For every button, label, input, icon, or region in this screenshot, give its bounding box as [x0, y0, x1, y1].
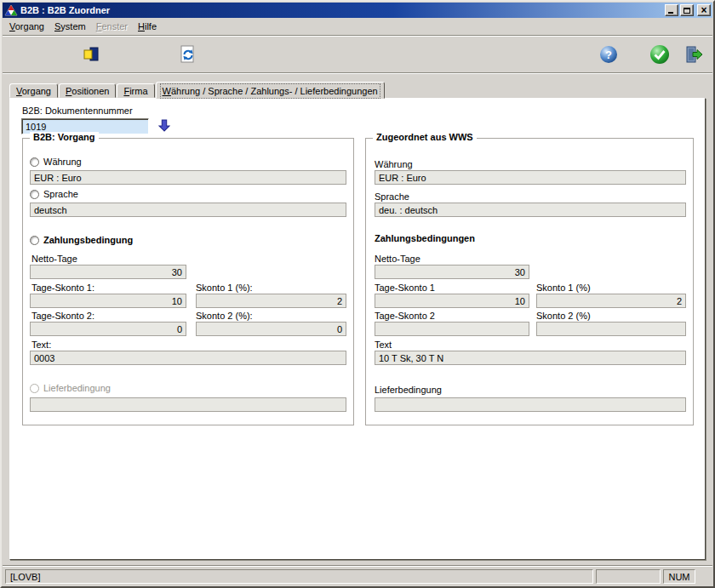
wws-days-disc1-value: 10 — [375, 294, 529, 308]
window-title: B2B : B2B Zuordner — [20, 5, 663, 15]
currency-radio[interactable] — [30, 157, 39, 167]
maximize-button[interactable] — [680, 4, 694, 16]
delivery-radio-label: Lieferbedingung — [43, 383, 111, 393]
select-icon — [81, 44, 101, 65]
wws-payment-title: Zahlungsbedingungen — [375, 233, 475, 243]
currency-radio-label: Währung — [43, 157, 82, 167]
language-radio-label: Sprache — [43, 189, 78, 199]
language-radio[interactable] — [30, 190, 39, 199]
b2b-days-disc2-label: Tage-Skonto 2: — [31, 311, 94, 321]
app-logo-icon — [4, 4, 18, 16]
resize-grip[interactable] — [698, 569, 710, 584]
wws-disc1-label: Skonto 1 (%) — [536, 283, 591, 293]
wws-language-label: Sprache — [375, 191, 409, 202]
minimize-button[interactable] — [665, 4, 678, 16]
wws-currency-label: Währung — [375, 159, 413, 169]
wws-text-label: Text — [375, 340, 392, 350]
tab-positionen[interactable]: Positionen — [59, 83, 116, 98]
help-icon: ? — [599, 45, 618, 64]
b2b-disc2-label: Skonto 2 (%): — [196, 311, 253, 321]
exit-door-icon — [684, 44, 704, 65]
tab-panel: B2B: Dokumentennummer B2B: Vorgang Währu… — [9, 98, 706, 560]
b2b-disc2-value: 0 — [196, 322, 346, 336]
wws-group: Zugeordnet aus WWS Währung EUR : Euro Sp… — [365, 138, 694, 425]
wws-disc1-value: 2 — [536, 294, 686, 308]
wws-disc2-label: Skonto 2 (%) — [536, 311, 591, 321]
wws-days-disc2-value — [375, 322, 529, 336]
document-number-label: B2B: Dokumentennummer — [22, 106, 133, 116]
payment-radio-label: Zahlungsbedingung — [43, 235, 133, 245]
wws-text-value: 10 T Sk, 30 T N — [375, 351, 686, 365]
content-area: Vorgang Positionen Firma Währung / Sprac… — [3, 74, 712, 565]
b2b-language-radio-row: Sprache — [30, 189, 78, 199]
exit-button[interactable] — [682, 43, 706, 66]
status-num-indicator: NUM — [663, 569, 695, 584]
menu-hilfe[interactable]: Hilfe — [133, 19, 162, 34]
wws-days-disc1-label: Tage-Skonto 1 — [375, 283, 435, 293]
refresh-button[interactable] — [176, 43, 200, 66]
b2b-days-disc1-label: Tage-Skonto 1: — [31, 283, 94, 293]
menu-bar: Vorgang System Fenster Hilfe — [3, 18, 712, 35]
b2b-language-value: deutsch — [30, 203, 346, 217]
tab-firma[interactable]: Firma — [117, 83, 154, 98]
select-button[interactable] — [79, 43, 103, 66]
b2b-text-label: Text: — [31, 340, 51, 350]
refresh-icon — [178, 44, 198, 65]
b2b-days-disc2-value: 0 — [30, 322, 186, 336]
wws-net-days-value: 30 — [375, 265, 529, 279]
maximize-icon — [684, 8, 690, 14]
b2b-payment-radio-row: Zahlungsbedingung — [30, 235, 133, 245]
b2b-net-days-label: Netto-Tage — [31, 254, 77, 264]
menu-system[interactable]: System — [49, 19, 91, 34]
confirm-button[interactable] — [648, 43, 672, 66]
ok-check-icon — [649, 44, 670, 65]
b2b-days-disc1-value: 10 — [30, 294, 186, 308]
wws-delivery-label: Lieferbedingung — [375, 385, 442, 395]
wws-disc2-value — [536, 322, 686, 336]
toolbar: ? — [3, 37, 712, 72]
wws-language-value: deu. : deutsch — [375, 203, 686, 217]
b2b-net-days-value: 30 — [30, 265, 186, 279]
document-jump-button[interactable] — [158, 119, 170, 132]
wws-currency-value: EUR : Euro — [375, 170, 686, 185]
minimize-icon — [668, 12, 673, 14]
wws-delivery-value — [375, 397, 686, 412]
tab-strip: Vorgang Positionen Firma Währung / Sprac… — [3, 81, 712, 98]
app-window: B2B : B2B Zuordner × Vorgang System Fens… — [0, 0, 715, 588]
wws-group-title: Zugeordnet aus WWS — [373, 132, 477, 142]
payment-radio[interactable] — [30, 236, 39, 245]
b2b-currency-radio-row: Währung — [30, 157, 82, 167]
b2b-group-title: B2B: Vorgang — [30, 132, 99, 142]
help-button[interactable]: ? — [597, 43, 621, 66]
title-bar: B2B : B2B Zuordner × — [3, 3, 712, 18]
b2b-delivery-radio-row: Lieferbedingung — [30, 383, 111, 393]
close-icon: × — [701, 6, 706, 14]
menu-fenster: Fenster — [91, 19, 133, 34]
close-button[interactable]: × — [697, 4, 711, 16]
b2b-disc1-label: Skonto 1 (%): — [196, 283, 253, 293]
tab-waehrung-sprache-zahlungs-lieferbedingungen[interactable]: Währung / Sprache / Zahlungs- / Lieferbe… — [156, 82, 385, 99]
wws-net-days-label: Netto-Tage — [375, 254, 420, 264]
b2b-delivery-value — [30, 397, 346, 412]
b2b-text-value: 0003 — [30, 351, 346, 365]
b2b-vorgang-group: B2B: Vorgang Währung EUR : Euro Sprache … — [22, 138, 354, 425]
svg-text:?: ? — [605, 49, 612, 61]
status-message: [LOVB] — [5, 569, 593, 584]
down-arrow-icon — [158, 119, 170, 132]
menu-vorgang[interactable]: Vorgang — [4, 19, 49, 34]
tab-vorgang[interactable]: Vorgang — [9, 83, 58, 98]
b2b-disc1-value: 2 — [196, 294, 346, 308]
b2b-currency-value: EUR : Euro — [30, 170, 346, 185]
wws-days-disc2-label: Tage-Skonto 2 — [375, 311, 435, 321]
delivery-radio — [30, 384, 39, 393]
status-bar: [LOVB] NUM — [3, 567, 712, 585]
status-pane-empty — [596, 569, 661, 584]
